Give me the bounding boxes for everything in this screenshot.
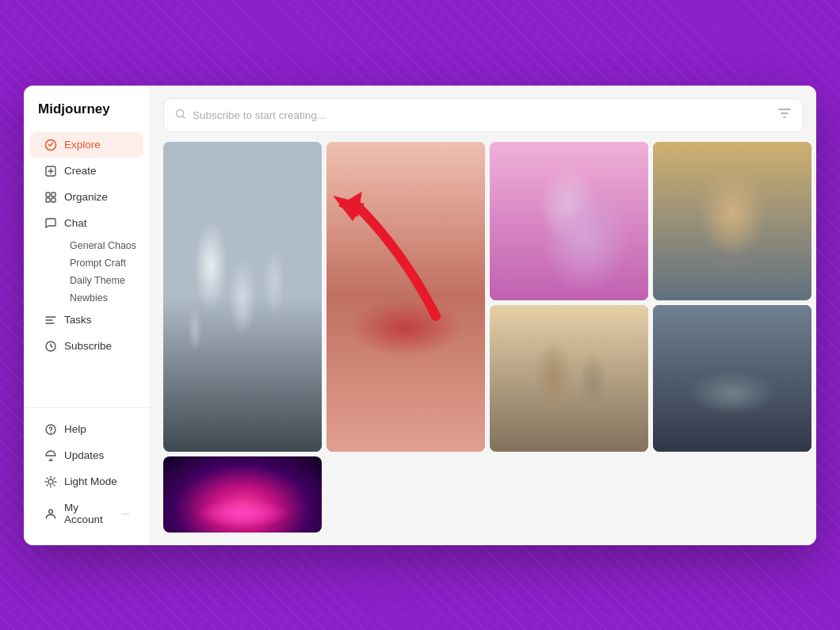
- search-bar-container: Subscribe to start creating...: [151, 86, 816, 142]
- sidebar-nav: Explore Create: [24, 132, 150, 399]
- svg-point-8: [50, 432, 51, 433]
- account-label: My Account: [64, 502, 114, 525]
- sidebar-item-daily-theme[interactable]: Daily Theme: [63, 272, 143, 289]
- image-bigfoot[interactable]: [490, 305, 648, 452]
- sidebar-item-tasks[interactable]: Tasks: [30, 307, 143, 333]
- explore-icon: [44, 139, 57, 151]
- sidebar-item-general-chaos[interactable]: General Chaos: [63, 237, 143, 254]
- sidebar-footer: Help Updates: [24, 407, 150, 533]
- image-city[interactable]: [653, 305, 811, 452]
- image-rabbit[interactable]: [653, 142, 811, 300]
- sidebar-item-create[interactable]: Create: [30, 158, 143, 184]
- image-lightning[interactable]: [163, 456, 322, 533]
- sidebar-item-light-mode[interactable]: Light Mode: [30, 469, 143, 494]
- help-label: Help: [64, 423, 86, 435]
- explore-label: Explore: [64, 139, 101, 151]
- sidebar-item-updates[interactable]: Updates: [30, 443, 143, 468]
- organize-icon: [44, 191, 57, 204]
- updates-icon: [44, 449, 57, 462]
- search-placeholder: Subscribe to start creating...: [193, 109, 771, 121]
- organize-label: Organize: [64, 191, 108, 203]
- sidebar-item-my-account[interactable]: My Account ···: [30, 495, 143, 532]
- help-icon: [44, 423, 57, 436]
- light-mode-icon: [44, 475, 57, 488]
- tasks-icon: [44, 314, 57, 326]
- svg-rect-3: [52, 193, 55, 197]
- svg-point-10: [49, 510, 53, 514]
- tasks-label: Tasks: [64, 314, 92, 326]
- create-icon: [44, 165, 57, 178]
- sidebar: Midjourney Explore: [24, 86, 151, 545]
- light-mode-label: Light Mode: [64, 475, 117, 487]
- chat-subnav: General Chaos Prompt Craft Daily Theme N…: [30, 237, 143, 307]
- sidebar-item-subscribe[interactable]: Subscribe: [30, 334, 143, 359]
- sidebar-item-help[interactable]: Help: [30, 417, 143, 442]
- app-window: Midjourney Explore: [24, 86, 816, 545]
- chat-label: Chat: [64, 217, 87, 229]
- subscribe-icon: [44, 340, 57, 353]
- sidebar-item-organize[interactable]: Organize: [30, 185, 143, 210]
- sidebar-item-newbies[interactable]: Newbies: [63, 289, 143, 307]
- subscribe-label: Subscribe: [64, 340, 112, 352]
- image-horses[interactable]: [163, 142, 322, 452]
- sidebar-item-chat[interactable]: Chat: [30, 211, 143, 236]
- svg-rect-5: [52, 198, 55, 202]
- svg-rect-2: [46, 193, 50, 197]
- search-icon: [175, 109, 186, 122]
- updates-label: Updates: [64, 449, 104, 461]
- sidebar-item-prompt-craft[interactable]: Prompt Craft: [63, 254, 143, 272]
- chat-icon: [44, 217, 57, 230]
- image-statue[interactable]: [490, 142, 648, 300]
- account-icon: [44, 507, 57, 520]
- main-content: Subscribe to start creating...: [151, 86, 816, 545]
- create-label: Create: [64, 165, 97, 177]
- search-bar[interactable]: Subscribe to start creating...: [163, 98, 804, 132]
- filter-icon[interactable]: [777, 106, 792, 124]
- sidebar-item-explore[interactable]: Explore: [30, 132, 143, 158]
- image-lips[interactable]: [326, 142, 485, 452]
- image-grid: [151, 142, 816, 545]
- svg-rect-4: [46, 198, 50, 202]
- svg-point-9: [48, 479, 53, 484]
- account-more-icon[interactable]: ···: [121, 508, 129, 519]
- app-logo: Midjourney: [24, 101, 150, 132]
